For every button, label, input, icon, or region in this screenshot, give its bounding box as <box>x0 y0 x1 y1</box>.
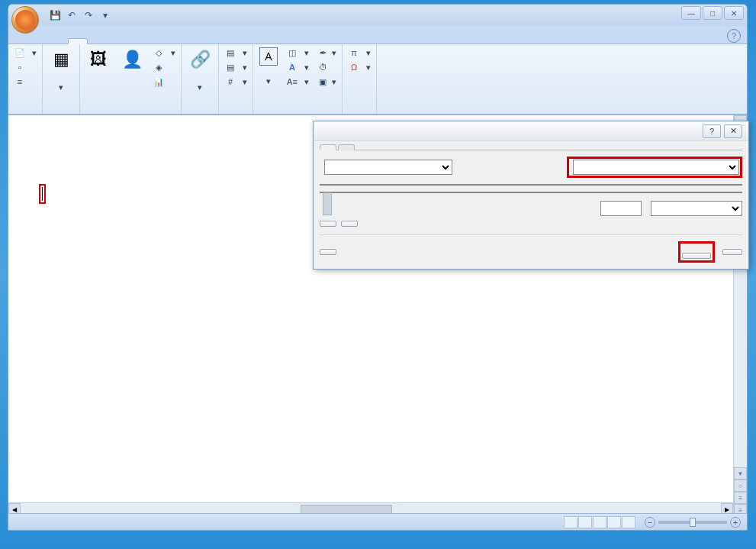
print-layout-view[interactable] <box>564 516 577 528</box>
prev-page-icon[interactable]: ≡ <box>734 492 747 504</box>
symbol-dialog: ? ✕ <box>313 121 749 270</box>
tab-symbols[interactable] <box>320 144 336 150</box>
symbol-button[interactable]: Ω ▾ <box>346 60 373 74</box>
dialog-close-button[interactable]: ✕ <box>724 124 742 138</box>
symbol-icon: Ω <box>348 61 360 73</box>
undo-icon[interactable]: ↶ <box>65 8 79 22</box>
smartart-button[interactable]: ◈ <box>150 60 178 74</box>
close-button[interactable]: ✕ <box>724 6 744 20</box>
outline-view[interactable] <box>607 516 621 528</box>
tab-insert[interactable] <box>68 38 88 44</box>
page-break-button[interactable]: ≡ <box>11 75 39 89</box>
tab-view[interactable] <box>175 38 195 44</box>
shortcut-button[interactable] <box>341 221 358 227</box>
grid-scroll-thumb[interactable] <box>323 192 332 215</box>
group-illustrations: 🖼 👤 ◇ ▾ ◈ 📊 <box>80 44 182 114</box>
pagenum-button[interactable]: # ▾ <box>222 75 249 89</box>
object-icon: ▣ <box>317 76 329 88</box>
font-select[interactable] <box>324 160 452 175</box>
datetime-icon: ⏱ <box>317 61 329 73</box>
office-button[interactable] <box>11 6 39 34</box>
maximize-button[interactable]: □ <box>703 6 722 20</box>
group-tables-label <box>46 111 76 114</box>
save-icon[interactable]: 💾 <box>48 8 62 22</box>
datetime-button[interactable]: ⏱ <box>314 60 339 74</box>
group-links: 🔗▾ <box>182 44 219 114</box>
insert-button[interactable] <box>682 253 711 259</box>
picture-button[interactable]: 🖼 <box>83 46 114 75</box>
recent-symbols <box>320 192 742 193</box>
highlighted-word <box>39 184 46 204</box>
tab-references[interactable] <box>111 38 130 44</box>
shapes-button[interactable]: ◇ ▾ <box>150 46 178 60</box>
footer-icon: ▤ <box>224 61 236 73</box>
smartart-icon: ◈ <box>153 61 165 73</box>
equation-button[interactable]: π ▾ <box>346 46 373 60</box>
group-headerfooter: ▤ ▾ ▤ ▾ # ▾ <box>219 44 253 114</box>
pagenum-icon: # <box>224 76 236 88</box>
zoom-slider-thumb[interactable] <box>690 518 696 527</box>
group-tables: ▦▾ <box>43 44 80 114</box>
cover-page-icon: 📄 <box>14 47 26 59</box>
clip-button[interactable]: 👤 <box>117 46 147 75</box>
dialog-help-button[interactable]: ? <box>703 124 721 138</box>
group-symbols-label <box>346 111 373 114</box>
quickparts-icon: ◫ <box>286 47 298 59</box>
from-select[interactable] <box>651 201 742 216</box>
dropcap-icon: A≡ <box>286 76 298 88</box>
chart-icon: 📊 <box>153 76 165 88</box>
code-input[interactable] <box>600 201 642 216</box>
tab-special-chars[interactable] <box>338 144 355 150</box>
picture-icon: 🖼 <box>86 47 111 72</box>
browse-object-icon[interactable]: ○ <box>734 480 747 492</box>
ribbon: 📄 ▾ ▫ ≡ ▦▾ 🖼 👤 ◇ ▾ ◈ 📊 🔗▾ <box>8 44 747 115</box>
zoom-slider[interactable] <box>658 521 727 524</box>
autocorrect-button[interactable] <box>320 221 336 227</box>
ime-panel-button[interactable] <box>320 249 336 255</box>
minimize-button[interactable]: — <box>681 6 701 20</box>
tab-pagelayout[interactable] <box>89 38 109 44</box>
cover-page-button[interactable]: 📄 ▾ <box>11 46 39 60</box>
dialog-titlebar: ? ✕ <box>314 121 748 141</box>
header-button[interactable]: ▤ ▾ <box>222 46 249 60</box>
qat-dropdown-icon[interactable]: ▾ <box>98 8 112 22</box>
tab-review[interactable] <box>153 38 173 44</box>
shapes-icon: ◇ <box>153 47 165 59</box>
signature-button[interactable]: ✒▾ <box>314 46 339 60</box>
zoom-out-button[interactable]: − <box>645 517 655 528</box>
blank-page-icon: ▫ <box>14 61 26 73</box>
quickparts-button[interactable]: ◫ ▾ <box>284 46 311 60</box>
tab-mailings[interactable] <box>132 38 152 44</box>
subset-frame-highlight <box>567 157 742 178</box>
group-pages-label <box>11 111 39 114</box>
view-buttons <box>564 516 635 528</box>
header-icon: ▤ <box>224 47 236 59</box>
symbol-grid-container <box>320 184 742 186</box>
zoom-controls: − + <box>642 517 741 528</box>
draft-view[interactable] <box>622 516 635 528</box>
textbox-button[interactable]: A▾ <box>256 46 281 88</box>
dropcap-button[interactable]: A≡ ▾ <box>284 75 311 89</box>
group-headerfooter-label <box>222 111 249 114</box>
statusbar: − + <box>8 513 747 530</box>
wordart-button[interactable]: A ▾ <box>284 60 311 74</box>
group-text-label <box>256 111 339 114</box>
links-button[interactable]: 🔗▾ <box>185 46 215 94</box>
footer-button[interactable]: ▤ ▾ <box>222 60 249 74</box>
group-symbols: π ▾ Ω ▾ <box>343 44 377 114</box>
redo-icon[interactable]: ↷ <box>82 8 95 22</box>
web-layout-view[interactable] <box>593 516 606 528</box>
close-dialog-button[interactable] <box>722 249 742 255</box>
scroll-down-icon[interactable]: ▼ <box>734 467 747 480</box>
table-button[interactable]: ▦▾ <box>46 46 76 94</box>
clip-icon: 👤 <box>120 47 144 72</box>
object-button[interactable]: ▣▾ <box>314 75 339 89</box>
subset-select[interactable] <box>573 160 739 175</box>
chart-button[interactable]: 📊 <box>150 75 178 89</box>
zoom-in-button[interactable]: + <box>730 517 741 528</box>
full-screen-view[interactable] <box>578 516 592 528</box>
blank-page-button[interactable]: ▫ <box>11 60 39 74</box>
help-button[interactable]: ? <box>727 29 741 43</box>
dialog-tabs <box>320 144 742 150</box>
tab-home[interactable] <box>47 38 66 44</box>
